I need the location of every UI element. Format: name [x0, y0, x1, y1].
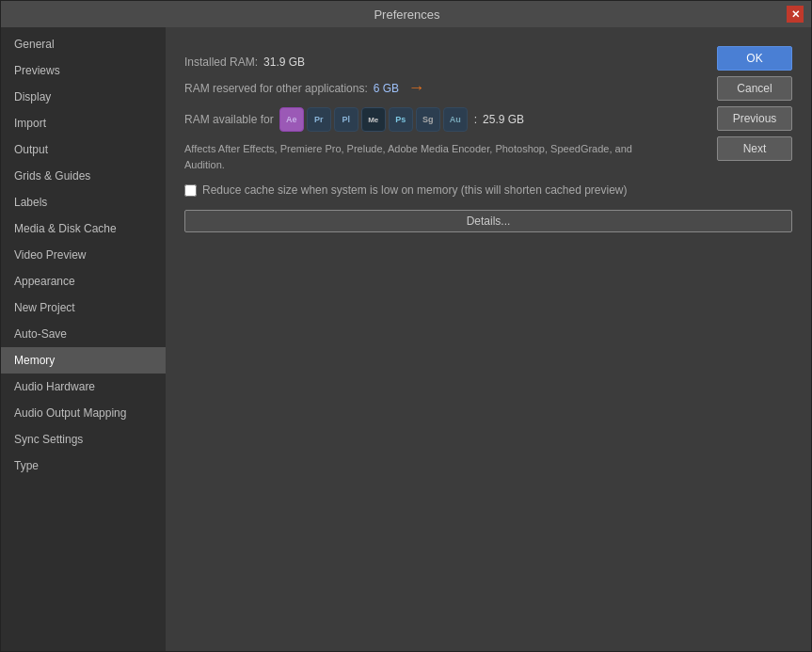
- sidebar-item-audio-output-mapping[interactable]: Audio Output Mapping: [1, 400, 166, 426]
- title-bar: Preferences ✕: [1, 1, 811, 27]
- me-icon: Me: [361, 107, 386, 132]
- ps-icon: Ps: [389, 107, 413, 132]
- sg-icon: Sg: [416, 107, 440, 132]
- affects-text: Affects After Effects, Premiere Pro, Pre…: [184, 141, 674, 172]
- ram-available-value: 25.9 GB: [483, 113, 524, 126]
- sidebar-item-output[interactable]: Output: [1, 136, 166, 163]
- sidebar-item-appearance[interactable]: Appearance: [1, 268, 166, 294]
- installed-ram-value: 31.9 GB: [263, 56, 305, 69]
- sidebar-item-general[interactable]: General: [1, 31, 166, 57]
- ram-reserved-row: RAM reserved for other applications: 6 G…: [184, 78, 792, 98]
- buttons-panel: OK Cancel Previous Next: [717, 46, 792, 161]
- sidebar-item-sync-settings[interactable]: Sync Settings: [1, 426, 166, 453]
- arrow-icon: ←: [408, 78, 425, 98]
- sidebar-item-audio-hardware[interactable]: Audio Hardware: [1, 374, 166, 400]
- ae-icon: Ae: [279, 107, 304, 132]
- pr-icon: Pr: [307, 107, 331, 132]
- ram-available-label: RAM available for: [184, 113, 274, 126]
- sidebar-item-new-project[interactable]: New Project: [1, 294, 166, 321]
- installed-ram-row: Installed RAM: 31.9 GB: [184, 56, 792, 69]
- sidebar-item-grids-guides[interactable]: Grids & Guides: [1, 163, 166, 189]
- cancel-button[interactable]: Cancel: [717, 76, 792, 101]
- checkbox-row[interactable]: Reduce cache size when system is low on …: [184, 183, 792, 197]
- previous-button[interactable]: Previous: [717, 106, 792, 131]
- ram-reserved-value: 6 GB: [374, 82, 399, 95]
- preferences-window: Preferences ✕ General Previews Display I…: [0, 0, 812, 652]
- ram-reserved-label: RAM reserved for other applications:: [184, 82, 368, 95]
- main-panel: OK Cancel Previous Next Installed RAM: 3…: [166, 27, 811, 651]
- reduce-cache-checkbox[interactable]: [184, 184, 197, 197]
- content-area: General Previews Display Import Output G…: [1, 27, 811, 651]
- sidebar-item-type[interactable]: Type: [1, 453, 166, 479]
- pl-icon: Pl: [334, 107, 358, 132]
- ram-available-colon: :: [474, 113, 477, 126]
- sidebar-item-labels[interactable]: Labels: [1, 189, 166, 215]
- window-title: Preferences: [27, 8, 787, 22]
- au-icon: Au: [443, 107, 468, 132]
- details-button[interactable]: Details...: [184, 210, 792, 232]
- ok-button[interactable]: OK: [717, 46, 792, 71]
- sidebar-item-memory[interactable]: Memory: [1, 347, 166, 374]
- sidebar-item-previews[interactable]: Previews: [1, 57, 166, 84]
- reduce-cache-label: Reduce cache size when system is low on …: [202, 183, 628, 197]
- ram-available-row: RAM available for Ae Pr Pl Me Ps Sg: [184, 107, 792, 132]
- sidebar-item-auto-save[interactable]: Auto-Save: [1, 321, 166, 347]
- sidebar-item-display[interactable]: Display: [1, 84, 166, 110]
- sidebar-item-import[interactable]: Import: [1, 110, 166, 136]
- sidebar-item-media-disk-cache[interactable]: Media & Disk Cache: [1, 215, 166, 242]
- installed-ram-label: Installed RAM:: [184, 56, 258, 69]
- sidebar-item-video-preview[interactable]: Video Preview: [1, 242, 166, 268]
- sidebar: General Previews Display Import Output G…: [1, 27, 166, 651]
- close-button[interactable]: ✕: [787, 6, 804, 23]
- next-button[interactable]: Next: [717, 136, 792, 161]
